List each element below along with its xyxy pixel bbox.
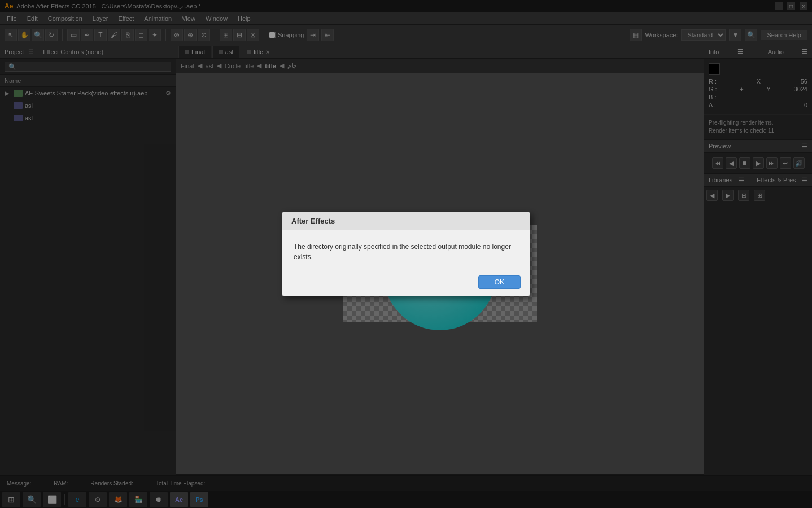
modal-dialog: After Effects The directory originally s…: [282, 212, 530, 296]
modal-overlay: After Effects The directory originally s…: [0, 0, 812, 508]
modal-title-bar: After Effects: [282, 212, 530, 230]
ok-button[interactable]: OK: [478, 275, 521, 289]
modal-title: After Effects: [291, 217, 335, 225]
modal-footer: OK: [282, 271, 530, 296]
modal-message: The directory originally specified in th…: [294, 242, 518, 262]
modal-body: The directory originally specified in th…: [282, 230, 530, 271]
